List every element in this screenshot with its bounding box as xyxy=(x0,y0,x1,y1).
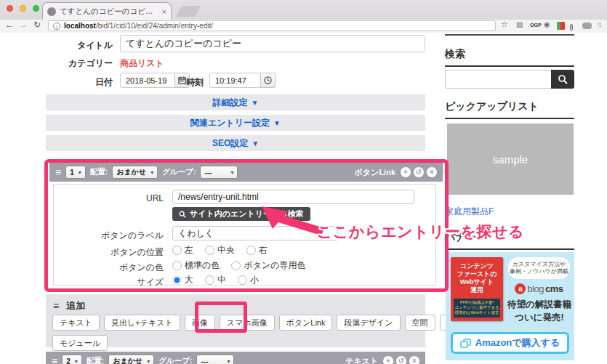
swap-unit-icon[interactable]: ↺ xyxy=(414,167,424,177)
page-info-icon[interactable]: i xyxy=(53,23,60,30)
forward-icon[interactable]: → xyxy=(19,20,28,30)
drag-handle-icon[interactable]: ≡ xyxy=(55,166,61,178)
drag-handle-icon[interactable]: ≡ xyxy=(53,300,59,312)
book-title-line: 運用 xyxy=(451,286,503,294)
seo-settings-label: SEO設定 xyxy=(212,137,248,150)
unit2-order-select[interactable]: 2▾ xyxy=(62,355,82,364)
radio-icon[interactable] xyxy=(246,246,256,255)
radio-icon[interactable] xyxy=(231,261,241,270)
add-button-link-button[interactable]: ボタンLink xyxy=(279,315,333,331)
group-select[interactable]: ---▾ xyxy=(200,166,238,179)
add-module-button[interactable]: モジュール xyxy=(52,335,108,351)
sidebar-search-input[interactable] xyxy=(445,70,551,89)
radio-color-custom[interactable]: ボタンの専用色 xyxy=(231,259,305,272)
radio-position-right[interactable]: 右 xyxy=(246,244,268,256)
drag-handle-icon[interactable]: ≡ xyxy=(52,355,57,364)
book-cover-image: コンテンツ ファーストの Webサイト 運用 PHPの知識は不要! コンテンツに… xyxy=(451,257,503,321)
book-title-line: Webサイト xyxy=(451,278,503,286)
arrange-value: おまかせ xyxy=(113,356,142,364)
detail-settings-toggle[interactable]: 詳細設定▼ xyxy=(46,94,425,110)
radio-icon[interactable] xyxy=(238,275,247,285)
new-tab-button[interactable] xyxy=(176,6,201,17)
amazon-purchase-button[interactable]: Amazonで購入する xyxy=(451,332,569,354)
pickup-item-link[interactable]: 家庭用製品F xyxy=(445,206,494,218)
radio-icon[interactable] xyxy=(205,275,214,285)
related-entry-settings-toggle[interactable]: 関連エントリー設定▼ xyxy=(46,115,425,131)
radio-position-left[interactable]: 左 xyxy=(172,244,193,256)
add-image-button[interactable]: 画像 xyxy=(185,315,215,331)
arrange-select[interactable]: おまかせ▾ xyxy=(108,355,154,364)
zoom-window-button[interactable] xyxy=(33,5,39,12)
add-unit-icon[interactable]: + xyxy=(401,167,411,177)
radio-label: 小 xyxy=(250,274,259,286)
radio-size-small[interactable]: 小 xyxy=(238,274,259,286)
book-title-line: ファーストの xyxy=(451,270,503,278)
browser-tab[interactable]: てすとんのコピーのコピー | 管理 × xyxy=(42,2,172,20)
radio-position-center[interactable]: 中央 xyxy=(205,244,235,256)
extension-camera-icon[interactable]: ◉ xyxy=(544,20,550,28)
bookmark-star-icon[interactable]: ☆ xyxy=(501,20,508,29)
back-icon[interactable]: ← xyxy=(5,20,14,30)
amazon-button-label: Amazonで購入する xyxy=(475,336,560,349)
chevron-down-icon: ▼ xyxy=(252,139,259,147)
search-icon xyxy=(179,211,186,218)
add-mobile-image-button[interactable]: スマホ画像 xyxy=(220,315,275,331)
extension-grid-icon[interactable] xyxy=(557,22,565,30)
add-paragraph-design-button[interactable]: 段落デザイン xyxy=(337,315,400,331)
add-panel-title: 追加 xyxy=(66,299,85,312)
radio-size-large[interactable]: 大 xyxy=(172,274,193,286)
add-unit-icon[interactable]: + xyxy=(383,356,393,364)
radio-label: 中央 xyxy=(217,244,235,256)
browser-chrome: てすとんのコピーのコピー | 管理 × ← → ↻ i localhost/bi… xyxy=(0,0,607,33)
seo-settings-toggle[interactable]: SEO設定▼ xyxy=(46,135,425,151)
reload-icon[interactable]: ↻ xyxy=(33,20,41,30)
pickup-sample-image[interactable]: sample xyxy=(447,124,574,195)
group-label: グループ: xyxy=(158,356,192,364)
ad-banner[interactable]: コンテンツ ファーストの Webサイト 運用 PHPの知識は不要! コンテンツに… xyxy=(446,252,574,360)
arrange-select[interactable]: おまかせ▾ xyxy=(112,166,158,179)
book-strip-line: PHPの知識は不要! xyxy=(454,300,500,305)
close-window-button[interactable] xyxy=(7,5,13,12)
arrange-label: 配置: xyxy=(90,167,108,177)
book-cover-strip: PHPの知識は不要! コンテンツに集中できる 標準的なWebサイト運営 xyxy=(454,299,500,318)
swap-unit-icon[interactable]: ↺ xyxy=(396,356,406,364)
group-label: グループ: xyxy=(162,167,196,177)
pickup-list-heading: ピックアップリスト xyxy=(445,100,574,119)
book-strip-line: 標準的なWebサイト運営 xyxy=(454,310,500,315)
group-select[interactable]: ---▾ xyxy=(196,355,234,364)
extension-doc-icon[interactable]: ▤ xyxy=(516,20,523,28)
unit-order-select[interactable]: 1▾ xyxy=(65,166,86,179)
ad-headline-2: ついに発売! xyxy=(507,312,572,324)
extension-oval-icon[interactable] xyxy=(582,23,592,29)
minimize-window-button[interactable] xyxy=(20,5,26,12)
category-label: カテゴリー xyxy=(46,57,113,70)
url-input[interactable] xyxy=(172,190,414,204)
logo-cms-text: cms xyxy=(545,283,563,294)
extension-ogp-icon[interactable]: OGP xyxy=(530,23,542,28)
address-bar[interactable]: i localhost/bid/1/cid/10/eid/24/admin/en… xyxy=(48,20,496,31)
radio-size-medium[interactable]: 中 xyxy=(205,274,226,286)
radio-icon[interactable] xyxy=(205,246,214,255)
add-space-button[interactable]: 空間 xyxy=(405,315,435,331)
unit-type-label: ボタンLink xyxy=(355,167,395,178)
extension-flash-icon[interactable]: ↯ xyxy=(596,20,603,30)
time-input[interactable] xyxy=(209,73,261,88)
logo-blog-text: blog xyxy=(527,283,544,294)
chevron-down-icon: ▾ xyxy=(147,358,150,364)
add-heading-text-button[interactable]: 見出し+テキスト xyxy=(104,315,180,331)
add-text-button[interactable]: テキスト xyxy=(52,315,100,331)
sidebar-search-button[interactable] xyxy=(551,70,574,89)
tab-close-icon[interactable]: × xyxy=(162,7,166,16)
category-link[interactable]: 商品リスト xyxy=(120,57,164,70)
delete-unit-icon[interactable]: × xyxy=(427,167,437,177)
radio-color-standard[interactable]: 標準の色 xyxy=(172,259,220,272)
title-input[interactable] xyxy=(120,35,425,52)
blog-cms-logo: a blog cms xyxy=(508,283,570,294)
radio-icon[interactable] xyxy=(172,261,182,270)
delete-unit-icon[interactable]: × xyxy=(409,356,419,364)
radio-icon[interactable] xyxy=(172,246,182,255)
radio-checked-icon[interactable] xyxy=(172,275,182,285)
time-picker-button[interactable] xyxy=(260,73,276,88)
extension-info-icon[interactable]: i xyxy=(570,22,573,31)
external-window-icon xyxy=(460,339,471,348)
